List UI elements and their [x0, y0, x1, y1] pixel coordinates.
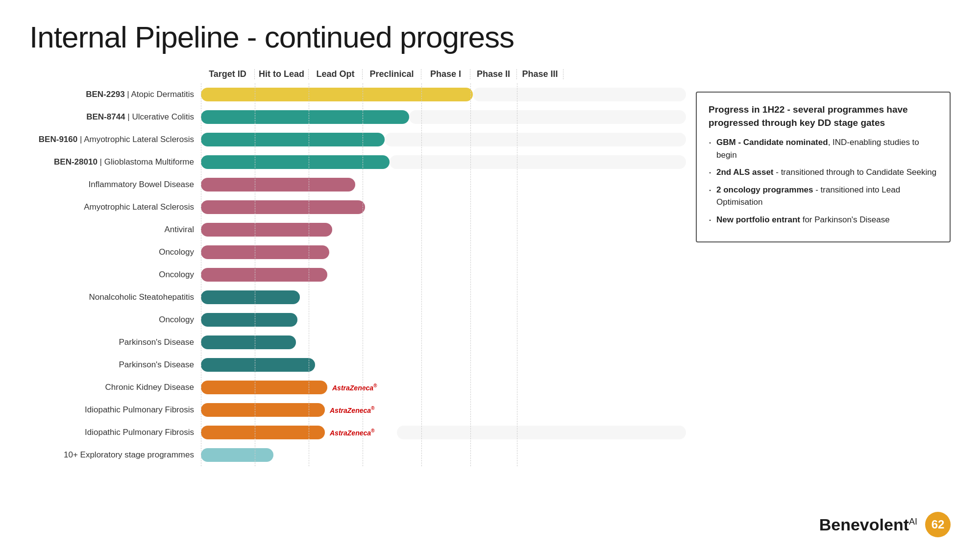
row-label: Oncology: [29, 247, 201, 257]
benevolent-logo: BenevolentAI: [819, 515, 917, 534]
row-label: Idiopathic Pulmonary Fibrosis: [29, 428, 201, 437]
bar-container: [201, 83, 686, 106]
bar-container: AstraZeneca®: [201, 421, 686, 444]
row-label: Oncology: [29, 270, 201, 280]
progress-bar: [201, 313, 297, 327]
list-item: New portfolio entrant for Parkinson's Di…: [709, 214, 938, 226]
progress-bar: [201, 133, 385, 146]
row-label: BEN-9160 | Amyotrophic Lateral Sclerosis: [29, 135, 201, 144]
bullet-bold: New portfolio entrant: [716, 215, 800, 224]
bar-container: [201, 218, 686, 241]
bar-container: [201, 286, 686, 309]
row-label: 10+ Exploratory stage programmes: [29, 450, 201, 460]
table-row: Parkinson's Disease: [29, 331, 686, 354]
logo-ai: AI: [909, 516, 917, 526]
progress-bar: [201, 358, 315, 372]
bar-container: [201, 196, 686, 218]
col-hit-to-lead: Hit to Lead: [255, 69, 309, 79]
table-row: Inflammatory Bowel Disease: [29, 173, 686, 196]
list-item: 2nd ALS asset - transitioned through to …: [709, 166, 938, 179]
list-item: GBM - Candidate nominated, IND-enabling …: [709, 136, 938, 161]
row-label: Inflammatory Bowel Disease: [29, 180, 201, 190]
bar-container: [201, 106, 686, 128]
chart-area: Target ID Hit to Lead Lead Opt Preclinic…: [29, 69, 951, 466]
progress-bar: [201, 223, 332, 237]
table-row: BEN-8744 | Ulcerative Colitis: [29, 106, 686, 128]
table-row: Nonalcoholic Steatohepatitis: [29, 286, 686, 309]
bullet-rest: for Parkinson's Disease: [800, 215, 890, 224]
bar-container: [201, 264, 686, 286]
bullet-bold: 2 oncology programmes: [716, 185, 813, 194]
table-row: Oncology: [29, 309, 686, 331]
row-label: Oncology: [29, 315, 201, 325]
bar-container: [201, 309, 686, 331]
row-label: Idiopathic Pulmonary Fibrosis: [29, 405, 201, 415]
row-label: Amyotrophic Lateral Sclerosis: [29, 202, 201, 212]
table-row: BEN-28010 | Glioblastoma Multiforme: [29, 151, 686, 173]
col-lead-opt: Lead Opt: [309, 69, 363, 79]
info-box-bullets: GBM - Candidate nominated, IND-enabling …: [709, 136, 938, 226]
row-label: Chronic Kidney Disease: [29, 383, 201, 392]
pipeline-section: Target ID Hit to Lead Lead Opt Preclinic…: [29, 69, 686, 466]
progress-bar: [201, 335, 296, 349]
bar-container: AstraZeneca®: [201, 376, 686, 399]
bar-container: [201, 444, 686, 466]
table-row: 10+ Exploratory stage programmes: [29, 444, 686, 466]
bullet-bold: GBM - Candidate nominated: [716, 138, 828, 147]
progress-bar: [201, 178, 355, 192]
page: Internal Pipeline - continued progress T…: [0, 0, 980, 551]
progress-bar: [201, 381, 327, 394]
row-label: Nonalcoholic Steatohepatitis: [29, 292, 201, 302]
logo-text: Benevolent: [819, 515, 909, 534]
progress-bar: [201, 268, 327, 282]
progress-bar: [201, 155, 390, 169]
table-row: BEN-2293 | Atopic Dermatitis: [29, 83, 686, 106]
partner-logo: AstraZeneca®: [330, 428, 374, 437]
progress-bar: [201, 200, 365, 214]
col-target-id: Target ID: [201, 69, 255, 79]
page-number: 62: [925, 512, 951, 537]
progress-bar: [201, 403, 325, 417]
table-row: Parkinson's Disease: [29, 354, 686, 376]
list-item: 2 oncology programmes - transitioned int…: [709, 184, 938, 209]
progress-bar: [201, 426, 325, 439]
bullet-bold: 2nd ALS asset: [716, 168, 774, 177]
row-label: Parkinson's Disease: [29, 337, 201, 347]
progress-bar: [201, 110, 409, 124]
bar-container: [201, 354, 686, 376]
col-phase2: Phase II: [470, 69, 517, 79]
row-label: BEN-2293 | Atopic Dermatitis: [29, 90, 201, 99]
bullet-rest: - transitioned through to Candidate Seek…: [774, 168, 937, 177]
bar-container: [201, 331, 686, 354]
row-label: Parkinson's Disease: [29, 360, 201, 370]
table-row: Idiopathic Pulmonary Fibrosis AstraZenec…: [29, 399, 686, 421]
page-title: Internal Pipeline - continued progress: [29, 20, 951, 54]
partner-logo: AstraZeneca®: [330, 406, 374, 414]
table-row: Antiviral: [29, 218, 686, 241]
col-preclinical: Preclinical: [363, 69, 421, 79]
bar-container: AstraZeneca®: [201, 399, 686, 421]
progress-bar: [201, 448, 273, 462]
info-box: Progress in 1H22 - several programmes ha…: [696, 92, 951, 242]
table-row: Amyotrophic Lateral Sclerosis: [29, 196, 686, 218]
table-row: Chronic Kidney Disease AstraZeneca®: [29, 376, 686, 399]
row-label: Antiviral: [29, 225, 201, 235]
table-row: Oncology: [29, 241, 686, 264]
bar-container: [201, 128, 686, 151]
footer: BenevolentAI 62: [819, 512, 951, 537]
col-phase3: Phase III: [517, 69, 564, 79]
col-phase1: Phase I: [421, 69, 470, 79]
row-label: BEN-28010 | Glioblastoma Multiforme: [29, 157, 201, 167]
bar-container: [201, 241, 686, 264]
bar-container: [201, 173, 686, 196]
bar-container: [201, 151, 686, 173]
table-row: Idiopathic Pulmonary Fibrosis AstraZenec…: [29, 421, 686, 444]
table-row: Oncology: [29, 264, 686, 286]
progress-bar: [201, 290, 300, 304]
partner-logo: AstraZeneca®: [332, 383, 377, 392]
progress-bar: [201, 245, 329, 259]
table-row: BEN-9160 | Amyotrophic Lateral Sclerosis: [29, 128, 686, 151]
progress-bar: [201, 88, 473, 101]
info-box-heading: Progress in 1H22 - several programmes ha…: [709, 103, 938, 129]
row-label: BEN-8744 | Ulcerative Colitis: [29, 112, 201, 122]
